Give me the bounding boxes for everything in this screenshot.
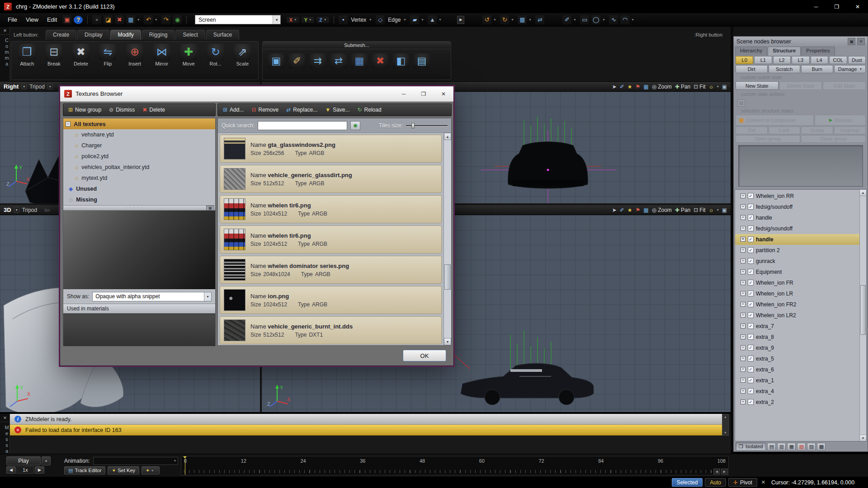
- scene-node[interactable]: + ✓ fedsig/soundoff: [735, 223, 859, 234]
- ribbon-tab[interactable]: Display: [77, 30, 109, 40]
- node-checkbox[interactable]: ✓: [748, 193, 754, 199]
- rotate-ccw-icon[interactable]: ↺: [482, 15, 491, 24]
- help-icon[interactable]: ?: [74, 16, 83, 24]
- ribbon-tab[interactable]: Create: [46, 30, 76, 40]
- star-icon[interactable]: ★: [627, 207, 632, 213]
- caret-icon[interactable]: ▾: [14, 207, 19, 213]
- caret-icon[interactable]: ▾: [439, 18, 443, 22]
- arc-icon[interactable]: ◠: [620, 15, 629, 24]
- texture-group-item[interactable]: ⌂ Charger: [63, 140, 215, 151]
- node-checkbox[interactable]: ✓: [748, 215, 754, 221]
- texture-item[interactable]: Name whelen tir6.png Size1024x512 TypeAR…: [220, 225, 442, 253]
- pan-button[interactable]: ✚Pan: [675, 84, 690, 90]
- node-checkbox[interactable]: ✓: [748, 377, 754, 383]
- submesh-tool-button[interactable]: ✖: [372, 53, 388, 69]
- scene-node[interactable]: + ✓ extra_4: [735, 386, 859, 397]
- texture-group-item[interactable]: ◇ Missing: [63, 194, 215, 205]
- lod-button[interactable]: L2: [773, 56, 791, 64]
- pointer-icon[interactable]: ➤: [612, 84, 617, 90]
- scene-node[interactable]: + ✓ Whelen_ion LR2: [735, 310, 859, 321]
- scene-node[interactable]: + ✓ fedsig/soundoff: [735, 202, 859, 212]
- list-a-icon[interactable]: ▤: [767, 443, 776, 450]
- rect-icon[interactable]: ▭: [580, 15, 589, 24]
- caret-icon[interactable]: ▾: [529, 18, 533, 22]
- submesh-tool-button[interactable]: ▣: [268, 53, 284, 69]
- node-expander[interactable]: +: [741, 334, 745, 339]
- submesh-tool-button[interactable]: ⇉: [310, 53, 326, 69]
- show-as-select[interactable]: Opaque with alpha snippet ▾: [92, 292, 212, 301]
- grid-icon[interactable]: ▦: [643, 84, 648, 90]
- node-checkbox[interactable]: ✓: [748, 204, 754, 210]
- zoom-button[interactable]: ◎Zoom: [652, 207, 672, 213]
- zoom-button[interactable]: ◎Zoom: [652, 84, 672, 90]
- key-options-button[interactable]: ✦ ▾: [142, 466, 160, 474]
- globe-icon[interactable]: ◉: [173, 15, 182, 24]
- submesh-tool-button[interactable]: ▦: [351, 53, 368, 69]
- texture-group-item[interactable]: ⌂ police2.ytd: [63, 151, 215, 162]
- ribbon-tab[interactable]: Rigging: [142, 30, 175, 40]
- viewport-name[interactable]: Right: [4, 83, 19, 90]
- tiles-size-slider[interactable]: [406, 122, 448, 130]
- ribbon-tab[interactable]: Surface: [206, 30, 239, 40]
- node-expander[interactable]: +: [741, 302, 745, 307]
- close-button[interactable]: ✕: [847, 0, 868, 13]
- caret-icon[interactable]: ▾: [632, 18, 636, 22]
- node-expander[interactable]: +: [741, 237, 745, 242]
- screen-select[interactable]: Screen ▾: [195, 15, 281, 24]
- lod-button[interactable]: L0: [736, 56, 753, 64]
- messages-scrollbar[interactable]: ▲▼: [722, 414, 729, 436]
- scene-node[interactable]: + ✓ Whelen_ion LR: [735, 288, 859, 299]
- scroll-right-button[interactable]: ▶: [721, 469, 728, 474]
- preview-options-button[interactable]: ▦: [206, 206, 214, 211]
- scroll-up-button[interactable]: ▲: [860, 190, 866, 196]
- scene-node[interactable]: + ✓ Whelen_ion FR2: [735, 299, 859, 310]
- list-f-icon[interactable]: ▩: [817, 443, 826, 450]
- panel-icon[interactable]: ▣: [722, 207, 727, 213]
- grid-icon[interactable]: ▦: [126, 15, 135, 24]
- axis-y-toggle[interactable]: Y▾: [302, 17, 314, 23]
- tool-button[interactable]: ⊟ Break: [41, 44, 67, 77]
- pen-icon[interactable]: ✐: [620, 207, 624, 213]
- ribbon-tab[interactable]: Select: [175, 30, 205, 40]
- panel-pin-button[interactable]: ▣: [848, 38, 855, 45]
- play-button[interactable]: Play: [6, 456, 41, 465]
- texture-item[interactable]: Name vehicle_generic_burnt_int.dds Size5…: [220, 316, 442, 344]
- scene-node[interactable]: + ✓ extra_1: [735, 375, 859, 386]
- node-action-button[interactable]: Group: [801, 127, 833, 134]
- tool-button[interactable]: ⇗ Scale: [230, 44, 256, 77]
- poly-icon[interactable]: ▲: [428, 15, 437, 24]
- caret-icon[interactable]: ▾: [421, 18, 425, 22]
- node-checkbox[interactable]: ✓: [748, 334, 754, 340]
- scene-node[interactable]: + ✓ gunrack: [735, 256, 859, 267]
- texture-toolbar-button[interactable]: ▼ Save...: [322, 105, 353, 115]
- caret-icon[interactable]: ▾: [404, 18, 408, 22]
- damage-state-button[interactable]: Damage: [834, 65, 866, 73]
- panel-icon[interactable]: ▣: [722, 84, 727, 90]
- speed-down-button[interactable]: ◀: [6, 466, 16, 474]
- lod-button[interactable]: Dust: [848, 56, 866, 64]
- node-checkbox[interactable]: ✓: [748, 388, 754, 394]
- bulb-icon[interactable]: ☼: [709, 84, 714, 90]
- node-checkbox[interactable]: ✓: [748, 301, 754, 307]
- tool-button[interactable]: ↻ Rot...: [203, 44, 229, 77]
- scene-node[interactable]: + ✓ extra_2: [735, 397, 859, 408]
- scene-node[interactable]: + ✓ Whelen_ion FR: [735, 277, 859, 288]
- caret-icon[interactable]: ▾: [603, 18, 607, 22]
- tool-button[interactable]: ✚ Move: [175, 44, 202, 77]
- redo-icon[interactable]: ↷: [161, 15, 170, 24]
- axis-z-toggle[interactable]: Z▾: [316, 17, 329, 23]
- scene-node[interactable]: + ✓ extra_8: [735, 332, 859, 343]
- scene-node[interactable]: + ✓ partition 2: [735, 245, 859, 256]
- texture-toolbar-button[interactable]: ⇄ Replace...: [283, 105, 321, 115]
- star-icon[interactable]: ★: [627, 84, 632, 90]
- fit-button[interactable]: ⊡Fit: [693, 207, 705, 213]
- node-expander[interactable]: +: [741, 399, 745, 404]
- timeline-ruler[interactable]: 01224364860728496108: [181, 456, 729, 475]
- submesh-tool-button[interactable]: ▤: [414, 53, 430, 69]
- node-checkbox[interactable]: ✓: [748, 345, 754, 351]
- caret-icon[interactable]: ▾: [717, 84, 719, 89]
- scene-node[interactable]: + ✓ handle: [735, 234, 859, 245]
- commands-strip-label[interactable]: Comma: [0, 38, 9, 67]
- commands-close-button[interactable]: ✕: [0, 27, 10, 35]
- scroll-thumb[interactable]: [860, 285, 866, 335]
